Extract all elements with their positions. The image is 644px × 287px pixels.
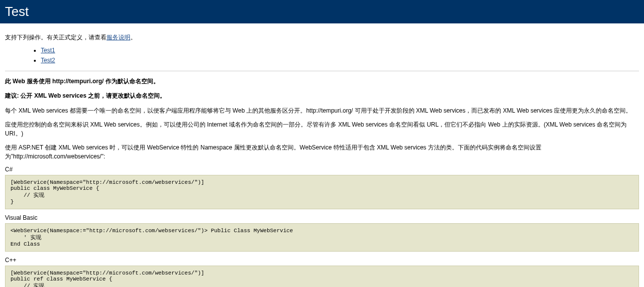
list-item: Test2 — [41, 57, 639, 64]
intro-text: 支持下列操作。有关正式定义，请查看服务说明。 — [5, 33, 639, 42]
lang-label-csharp: C# — [5, 166, 639, 173]
operation-link-test2[interactable]: Test2 — [41, 57, 55, 64]
code-sample-vb: <WebService(Namespace:="http://microsoft… — [5, 223, 639, 252]
page-title: Test — [5, 4, 639, 19]
operations-list: Test1 Test2 — [5, 47, 639, 64]
divider — [5, 71, 639, 71]
lang-label-cpp: C++ — [5, 257, 639, 264]
intro-prefix: 支持下列操作。有关正式定义，请查看 — [5, 34, 107, 41]
intro-suffix: 。 — [130, 34, 136, 41]
list-item: Test1 — [41, 47, 639, 54]
operation-link-test1[interactable]: Test1 — [41, 47, 55, 54]
namespace-heading: 此 Web 服务使用 http://tempuri.org/ 作为默认命名空间。 — [5, 77, 639, 86]
paragraph-2: 应使用您控制的命名空间来标识 XML Web services。例如，可以使用公… — [5, 120, 639, 138]
paragraph-3: 使用 ASP.NET 创建 XML Web services 时，可以使用 We… — [5, 143, 639, 161]
paragraph-1: 每个 XML Web services 都需要一个唯一的命名空间，以便客户端应用… — [5, 106, 639, 115]
lang-label-vb: Visual Basic — [5, 214, 639, 221]
suggestion-heading: 建议: 公开 XML Web services 之前，请更改默认命名空间。 — [5, 92, 639, 100]
service-description-link[interactable]: 服务说明 — [107, 34, 130, 41]
page-header: Test — [0, 0, 644, 23]
page-content: 支持下列操作。有关正式定义，请查看服务说明。 Test1 Test2 此 Web… — [0, 23, 644, 287]
code-sample-cpp: [WebService(Namespace="http://microsoft.… — [5, 266, 639, 287]
code-sample-csharp: [WebService(Namespace="http://microsoft.… — [5, 175, 639, 209]
